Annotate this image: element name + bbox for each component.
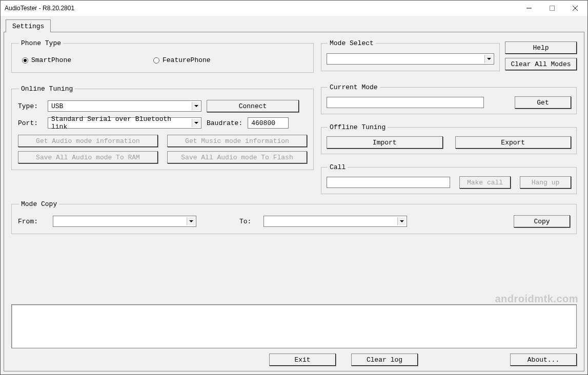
chevron-down-icon — [192, 119, 200, 127]
group-offline-tuning: Offline Tuning Import Export — [321, 123, 577, 154]
radio-featurephone[interactable]: FeaturePhone — [153, 56, 211, 64]
save-ram-button: Save All Audio mode To RAM — [18, 151, 158, 163]
from-label: From: — [18, 218, 40, 225]
radio-indicator-icon — [22, 57, 28, 64]
group-current-mode: Current Mode Get — [321, 84, 577, 114]
save-flash-button: Save All Audio mode To Flash — [167, 151, 307, 163]
log-area[interactable] — [11, 304, 577, 348]
port-select-value: Standard Serial over Bluetooth link — [51, 115, 190, 131]
type-label: Type: — [18, 102, 43, 110]
connect-button[interactable]: Connect — [207, 100, 299, 112]
minimize-button[interactable] — [517, 1, 540, 15]
group-phone-type: Phone Type SmartPhone FeaturePhone — [11, 39, 314, 73]
get-current-mode-button[interactable]: Get — [515, 96, 571, 109]
about-button[interactable]: About... — [510, 353, 577, 366]
legend-phone-type: Phone Type — [19, 39, 63, 47]
baudrate-value: 460800 — [251, 119, 275, 127]
tab-body: Phone Type SmartPhone FeaturePhone — [4, 32, 584, 371]
help-button[interactable]: Help — [505, 41, 577, 54]
from-select[interactable] — [53, 216, 196, 227]
title-bar: AudioTester - R8.20.2801 — [1, 1, 587, 16]
group-mode-copy: Mode Copy From: To: Copy — [11, 200, 577, 234]
radio-smartphone-label: SmartPhone — [31, 56, 71, 64]
legend-call: Call — [328, 163, 348, 171]
to-select[interactable] — [263, 216, 407, 227]
maximize-button — [540, 1, 563, 15]
get-audio-info-button: Get Audio mode information — [18, 135, 158, 147]
app-window: AudioTester - R8.20.2801 Settings Phone … — [0, 0, 588, 375]
chevron-down-icon — [192, 102, 200, 110]
export-button[interactable]: Export — [455, 136, 572, 149]
chevron-down-icon — [397, 217, 405, 225]
legend-mode-copy: Mode Copy — [19, 200, 59, 208]
bottom-button-bar: Exit Clear log About... — [11, 353, 577, 366]
chevron-down-icon — [187, 217, 195, 225]
baudrate-input[interactable]: 460800 — [248, 117, 289, 129]
port-select[interactable]: Standard Serial over Bluetooth link — [48, 117, 201, 129]
chevron-down-icon — [484, 55, 493, 63]
call-number-input[interactable] — [327, 177, 450, 188]
window-title: AudioTester - R8.20.2801 — [5, 5, 517, 12]
import-button[interactable]: Import — [327, 136, 443, 149]
tab-strip: Settings — [6, 19, 584, 32]
close-button[interactable] — [563, 1, 586, 15]
radio-featurephone-label: FeaturePhone — [163, 56, 211, 64]
get-music-info-button: Get Music mode information — [167, 135, 307, 147]
legend-offline-tuning: Offline Tuning — [328, 123, 388, 131]
legend-mode-select: Mode Select — [328, 39, 376, 47]
type-select-value: USB — [51, 102, 63, 110]
radio-indicator-icon — [153, 57, 159, 64]
legend-current-mode: Current Mode — [328, 84, 380, 91]
group-online-tuning: Online Tuning Type: USB Connect Port: — [11, 85, 314, 170]
legend-online-tuning: Online Tuning — [19, 85, 75, 93]
svg-rect-1 — [550, 6, 554, 11]
radio-smartphone[interactable]: SmartPhone — [22, 56, 71, 64]
current-mode-display — [327, 97, 484, 108]
to-label: To: — [239, 218, 251, 225]
group-call: Call Make call Hang up — [321, 163, 577, 194]
hang-up-button: Hang up — [520, 176, 571, 189]
clear-all-modes-button[interactable]: Clear All Modes — [505, 58, 577, 70]
make-call-button: Make call — [459, 176, 511, 189]
tab-settings[interactable]: Settings — [6, 19, 51, 32]
clear-log-button[interactable]: Clear log — [351, 353, 418, 366]
group-mode-select: Mode Select — [321, 39, 500, 71]
copy-button[interactable]: Copy — [514, 215, 570, 227]
mode-select-dropdown[interactable] — [327, 53, 494, 65]
client-area: Settings Phone Type SmartPhone — [1, 16, 587, 374]
port-label: Port: — [18, 119, 43, 127]
type-select[interactable]: USB — [48, 100, 201, 112]
window-controls — [517, 1, 586, 15]
exit-button[interactable]: Exit — [269, 353, 336, 366]
baudrate-label: Baudrate: — [207, 119, 242, 127]
